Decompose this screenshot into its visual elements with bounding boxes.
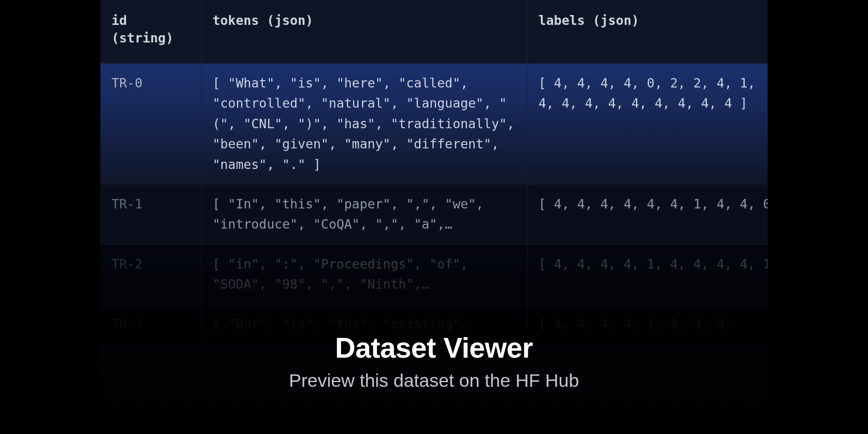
- cell-tokens: [ "in", ":", "Proceedings", "of", "SODA"…: [201, 244, 527, 304]
- cell-id: TR-2: [100, 244, 201, 304]
- dataset-viewer-card: id (string) tokens (json) labels (json) …: [100, 0, 768, 434]
- column-type: (json): [267, 13, 313, 28]
- cell-tokens: [ "In", "this", "paper", ",", "we", "int…: [201, 184, 527, 244]
- column-name: labels: [539, 13, 585, 28]
- table-row[interactable]: TR-0 [ "What", "is", "here", "called", "…: [100, 63, 768, 184]
- cell-labels: [ 4, 4, 4, 4, 1, 4, 4, 4, 4, 1, 4, 1, 4,…: [527, 244, 768, 304]
- column-type: (json): [593, 13, 639, 28]
- table-header-row: id (string) tokens (json) labels (json): [100, 0, 768, 63]
- column-name: tokens: [213, 13, 259, 28]
- column-type: (string): [112, 30, 174, 45]
- cell-labels: [ 4, 4, 4, 4, 0, 2, 2, 4, 1, 4, 4, 4, 4,…: [527, 63, 768, 184]
- cell-labels: [ 4, 4, 4, 4, 1, 3, 3, 3,: [527, 304, 768, 344]
- table-row[interactable]: TR-3 [ "But", "is", "the", "existing", […: [100, 304, 768, 344]
- cell-labels: [ 4, 4, 4, 4, 4, 4, 1, 4, 4, 0, 2, 2, 4,…: [527, 184, 768, 244]
- column-header-tokens[interactable]: tokens (json): [201, 0, 527, 63]
- cell-id: TR-3: [100, 304, 201, 344]
- table-row[interactable]: TR-1 [ "In", "this", "paper", ",", "we",…: [100, 184, 768, 244]
- cell-id: TR-1: [100, 184, 201, 244]
- table-row[interactable]: TR-2 [ "in", ":", "Proceedings", "of", "…: [100, 244, 768, 304]
- cell-tokens: [ "But", "is", "the", "existing",: [201, 304, 527, 344]
- column-header-id[interactable]: id (string): [100, 0, 201, 63]
- cell-tokens: [ "What", "is", "here", "called", "contr…: [201, 63, 527, 184]
- cell-id: TR-0: [100, 63, 201, 184]
- column-header-labels[interactable]: labels (json): [527, 0, 768, 63]
- overlay-subtitle: Preview this dataset on the HF Hub: [100, 370, 768, 391]
- dataset-preview-table: id (string) tokens (json) labels (json) …: [100, 0, 768, 344]
- column-name: id: [112, 13, 127, 28]
